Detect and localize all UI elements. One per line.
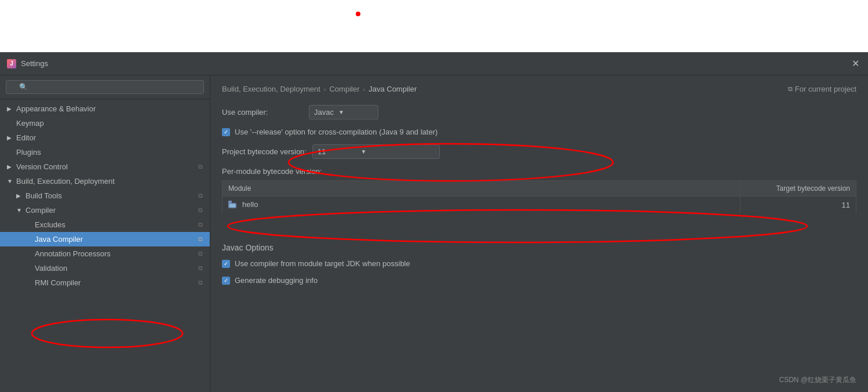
sidebar-item-label: Compiler: [25, 206, 56, 215]
dialog-title: Settings: [21, 59, 48, 68]
sidebar-item-label: Editor: [16, 133, 36, 142]
arrow-icon: ▼: [16, 207, 22, 213]
compiler-dropdown[interactable]: Javac ▼: [309, 105, 378, 119]
copy-icon: ⧉: [198, 206, 203, 214]
sidebar-item-label: Build, Execution, Deployment: [16, 177, 115, 186]
sidebar-item-label: Build Tools: [25, 191, 62, 200]
sidebar-item-appearance[interactable]: ▶ Appearance & Behavior: [0, 101, 210, 116]
sidebar-nav: ▶ Appearance & Behavior Keymap ▶ Editor …: [0, 99, 210, 392]
settings-dialog: J Settings ✕ 🔍 ▶ Appearance & Behavior: [0, 52, 868, 392]
sidebar-item-label: RMI Compiler: [35, 278, 81, 287]
sidebar-item-plugins[interactable]: Plugins: [0, 145, 210, 159]
folder-tab: [228, 201, 232, 203]
breadcrumb-item-3: Java Compiler: [369, 85, 417, 93]
breadcrumb-sep-2: ›: [363, 86, 366, 93]
project-icon: ⧉: [788, 85, 793, 93]
version-cell: 11: [741, 197, 856, 214]
javac-option-1-checkbox[interactable]: [222, 260, 230, 268]
sidebar-item-label: Version Control: [16, 162, 68, 171]
watermark: CSDN @红烧栗子黄瓜鱼: [779, 375, 856, 385]
app-icon: J: [7, 59, 16, 68]
sidebar: 🔍 ▶ Appearance & Behavior Keymap ▶: [0, 75, 210, 392]
breadcrumb-item-1: Build, Execution, Deployment: [222, 85, 320, 93]
per-module-section: Per-module bytecode version:: [222, 167, 856, 176]
breadcrumb: Build, Execution, Deployment › Compiler …: [222, 85, 856, 93]
breadcrumb-item-2: Compiler: [329, 85, 359, 93]
arrow-icon: ▼: [7, 178, 13, 184]
dropdown-arrow-icon: ▼: [338, 109, 344, 115]
dropdown-arrow-icon: ▼: [360, 148, 366, 155]
sidebar-item-keymap[interactable]: Keymap: [0, 116, 210, 130]
per-module-label: Per-module bytecode version:: [222, 167, 322, 176]
release-option-row: Use '--release' option for cross-compila…: [222, 128, 856, 136]
module-name: hello: [242, 200, 258, 209]
use-compiler-row: Use compiler: Javac ▼: [222, 105, 856, 119]
sidebar-item-build-tools[interactable]: ▶ Build Tools ⧉: [0, 188, 210, 203]
bytecode-version-dropdown[interactable]: 11 ▼: [312, 144, 440, 159]
main-content: 🔍 ▶ Appearance & Behavior Keymap ▶: [0, 75, 868, 392]
module-table: Module Target bytecode version: [222, 180, 856, 214]
search-box: 🔍: [0, 75, 210, 99]
folder-inner: [229, 204, 235, 207]
breadcrumb-project-label: For current project: [795, 85, 856, 93]
sidebar-item-label: Java Compiler: [35, 235, 83, 244]
javac-option-1-row: Use compiler from module target JDK when…: [222, 259, 856, 268]
arrow-icon: ▶: [7, 135, 13, 141]
bytecode-version-value: 11: [318, 147, 326, 156]
copy-icon: ⧉: [198, 279, 203, 286]
use-compiler-label: Use compiler:: [222, 108, 303, 117]
table-row: hello 11: [223, 197, 856, 214]
javac-option-2-row: Generate debugging info: [222, 276, 856, 285]
sidebar-item-label: Appearance & Behavior: [16, 104, 96, 113]
red-dot: [356, 12, 360, 16]
copy-icon: ⧉: [198, 192, 203, 199]
sidebar-item-build-execution[interactable]: ▼ Build, Execution, Deployment: [0, 174, 210, 188]
copy-icon: ⧉: [198, 250, 203, 257]
sidebar-item-label: Annotation Processors: [35, 249, 111, 258]
title-bar-left: J Settings: [7, 59, 48, 68]
breadcrumb-project: ⧉ For current project: [788, 85, 856, 93]
spacer: [222, 226, 856, 243]
table-header-module: Module: [223, 181, 741, 197]
copy-icon: ⧉: [198, 264, 203, 272]
javac-option-1-label: Use compiler from module target JDK when…: [235, 259, 410, 268]
sidebar-item-validation[interactable]: Validation ⧉: [0, 261, 210, 275]
sidebar-item-compiler[interactable]: ▼ Compiler ⧉: [0, 203, 210, 217]
search-wrapper: 🔍: [6, 80, 204, 94]
sidebar-item-annotation-processors[interactable]: Annotation Processors ⧉: [0, 246, 210, 261]
compiler-value: Javac: [314, 108, 334, 117]
arrow-icon: ▶: [7, 106, 13, 112]
module-icon: hello: [228, 200, 258, 209]
top-bar: [0, 0, 868, 52]
close-button[interactable]: ✕: [849, 58, 861, 70]
arrow-icon: ▶: [7, 164, 13, 170]
table-header-version: Target bytecode version: [741, 181, 856, 197]
module-cell: hello: [223, 197, 741, 214]
release-option-label: Use '--release' option for cross-compila…: [235, 128, 437, 136]
sidebar-item-java-compiler[interactable]: Java Compiler ⧉: [0, 232, 210, 246]
sidebar-item-label: Keymap: [16, 119, 44, 128]
sidebar-item-label: Plugins: [16, 148, 41, 157]
javac-option-2-checkbox[interactable]: [222, 277, 230, 285]
sidebar-item-rmi-compiler[interactable]: RMI Compiler ⧉: [0, 275, 210, 290]
sidebar-item-excludes[interactable]: Excludes ⧉: [0, 217, 210, 232]
copy-icon: ⧉: [198, 163, 203, 170]
sidebar-item-version-control[interactable]: ▶ Version Control ⧉: [0, 159, 210, 174]
sidebar-item-editor[interactable]: ▶ Editor: [0, 130, 210, 145]
bytecode-version-label: Project bytecode version:: [222, 147, 307, 156]
copy-icon: ⧉: [198, 235, 203, 243]
sidebar-item-label: Validation: [35, 264, 67, 273]
title-bar: J Settings ✕: [0, 52, 868, 75]
javac-options-title: Javac Options: [222, 243, 856, 252]
release-option-checkbox[interactable]: [222, 128, 230, 136]
javac-option-2-label: Generate debugging info: [235, 276, 318, 285]
right-panel: Build, Execution, Deployment › Compiler …: [210, 75, 868, 392]
search-input[interactable]: [6, 80, 204, 94]
copy-icon: ⧉: [198, 221, 203, 228]
sidebar-item-label: Excludes: [35, 220, 65, 229]
bytecode-version-row: Project bytecode version: 11 ▼: [222, 144, 856, 159]
arrow-icon: ▶: [16, 193, 22, 199]
breadcrumb-sep-1: ›: [324, 86, 326, 93]
